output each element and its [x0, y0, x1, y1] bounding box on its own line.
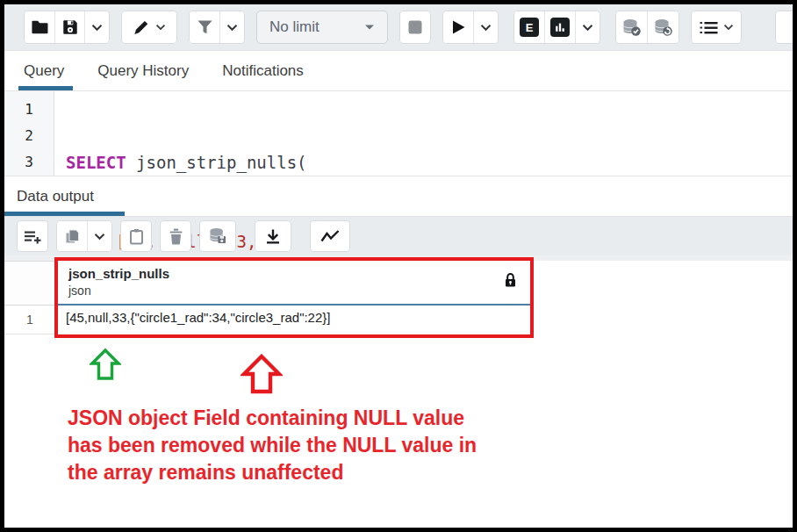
stop-button-group	[399, 11, 431, 44]
trash-icon	[169, 228, 183, 245]
green-up-arrow-icon	[90, 348, 121, 381]
chevron-down-icon	[94, 233, 105, 241]
code-area[interactable]: SELECT json_strip_nulls( '[45, null, 33,…	[54, 91, 793, 176]
result-column: json_strip_nulls json [45,null,33,{"circ…	[58, 261, 530, 334]
copy-options-button[interactable]	[87, 221, 111, 251]
data-output-underline	[4, 212, 125, 216]
tab-notifications[interactable]: Notifications	[220, 51, 305, 90]
data-output-grid: 1 json_strip_nulls json [45,null,33,{"ci…	[4, 255, 793, 343]
graph-group	[310, 220, 350, 252]
clipped-button[interactable]	[776, 11, 797, 43]
line-number: 3	[4, 149, 54, 176]
sql-text: json_strip_nulls(	[126, 153, 307, 172]
filter-icon	[197, 19, 213, 35]
chevron-down-icon	[155, 24, 166, 31]
save-results-to-file-button[interactable]	[255, 221, 291, 251]
row-limit-value: No limit	[269, 18, 320, 36]
download-icon	[265, 228, 281, 245]
paste-button[interactable]	[121, 221, 151, 251]
tab-query-history[interactable]: Query History	[96, 51, 190, 90]
edit-button[interactable]	[122, 11, 176, 43]
annotation-line: the array remains unaffected	[68, 459, 793, 486]
bar-chart-icon	[550, 18, 570, 37]
explain-e-icon: E	[520, 18, 539, 37]
stop-button[interactable]	[400, 11, 430, 43]
play-icon	[451, 19, 466, 35]
row-limit-select[interactable]: No limit	[256, 11, 388, 44]
delete-group	[160, 220, 191, 252]
edit-button-group	[121, 11, 177, 44]
clipboard-icon	[129, 228, 144, 245]
tab-query[interactable]: Query	[22, 51, 66, 90]
query-toolbar: No limit	[4, 4, 793, 51]
folder-icon	[31, 18, 49, 36]
execute-options-button[interactable]	[473, 11, 498, 43]
chevron-down-icon	[480, 24, 492, 32]
add-row-icon	[24, 229, 42, 244]
database-rollback-icon	[653, 18, 673, 37]
macros-button[interactable]	[692, 11, 741, 43]
save-data-changes-button[interactable]	[200, 221, 235, 251]
sql-editor: 1 2 3 SELECT json_strip_nulls( '[45, nul…	[4, 91, 793, 176]
commit-button[interactable]	[616, 11, 647, 43]
annotation-caption: JSON object Field containing NULL value …	[4, 398, 793, 486]
save-data-group	[199, 220, 236, 252]
chevron-down-icon	[582, 24, 593, 32]
tab-data-output[interactable]: Data output	[4, 188, 94, 205]
open-file-button[interactable]	[25, 11, 54, 43]
copy-group	[56, 220, 112, 252]
execute-button-group	[442, 11, 499, 44]
delete-button[interactable]	[161, 221, 190, 251]
stop-icon	[408, 20, 422, 34]
caret-down-icon	[364, 24, 375, 31]
copy-button[interactable]	[57, 221, 87, 251]
line-graph-icon	[320, 229, 340, 243]
execute-button[interactable]	[443, 11, 473, 43]
query-tool-window: No limit	[0, 0, 797, 532]
chevron-down-icon	[226, 24, 238, 32]
save-button[interactable]	[54, 11, 84, 43]
transaction-button-group	[615, 11, 679, 44]
copy-icon	[64, 228, 81, 245]
save-icon	[61, 18, 79, 36]
paste-group	[120, 220, 152, 252]
clipped-button-group	[775, 11, 797, 44]
chevron-down-icon	[91, 24, 103, 32]
line-number: 1	[4, 97, 54, 123]
rollback-button[interactable]	[647, 11, 679, 43]
filter-button[interactable]	[190, 11, 219, 43]
explain-button-group: E	[513, 11, 600, 44]
numbered-list-icon	[700, 20, 718, 35]
graph-visualiser-button[interactable]	[311, 221, 349, 251]
annotation-line: JSON object Field containing NULL value	[68, 405, 793, 432]
chevron-down-icon	[723, 24, 734, 31]
column-header[interactable]: json_strip_nulls json	[58, 261, 530, 306]
line-number: 2	[4, 123, 54, 149]
tab-query-history-label: Query History	[97, 62, 189, 80]
explain-analyze-button[interactable]	[544, 11, 575, 43]
filter-button-group	[189, 11, 245, 44]
database-commit-icon	[621, 18, 642, 37]
tab-notifications-label: Notifications	[222, 62, 304, 80]
active-tab-underline	[18, 86, 73, 90]
save-options-button[interactable]	[84, 11, 109, 43]
download-group	[255, 220, 291, 252]
add-row-button[interactable]	[18, 221, 47, 251]
explain-options-button[interactable]	[575, 11, 600, 43]
column-type: json	[68, 283, 521, 299]
query-tabbar: Query Query History Notifications	[4, 51, 793, 91]
row-number-header[interactable]	[4, 261, 55, 306]
tab-query-label: Query	[24, 62, 64, 80]
filter-options-button[interactable]	[219, 11, 244, 43]
output-tabbar: Data output	[4, 176, 793, 216]
column-name: json_strip_nulls	[68, 265, 521, 283]
code-line: SELECT json_strip_nulls(	[66, 149, 793, 176]
file-button-group	[24, 11, 110, 44]
macro-button-group	[691, 11, 742, 44]
database-save-icon	[208, 227, 227, 245]
explain-button[interactable]: E	[514, 11, 544, 43]
red-up-arrow-icon	[241, 354, 283, 394]
sql-keyword: SELECT	[66, 153, 126, 172]
result-value-cell[interactable]: [45,null,33,{"circle1_rad":34,"circle3_r…	[58, 306, 530, 333]
row-number-cell[interactable]: 1	[4, 306, 55, 334]
